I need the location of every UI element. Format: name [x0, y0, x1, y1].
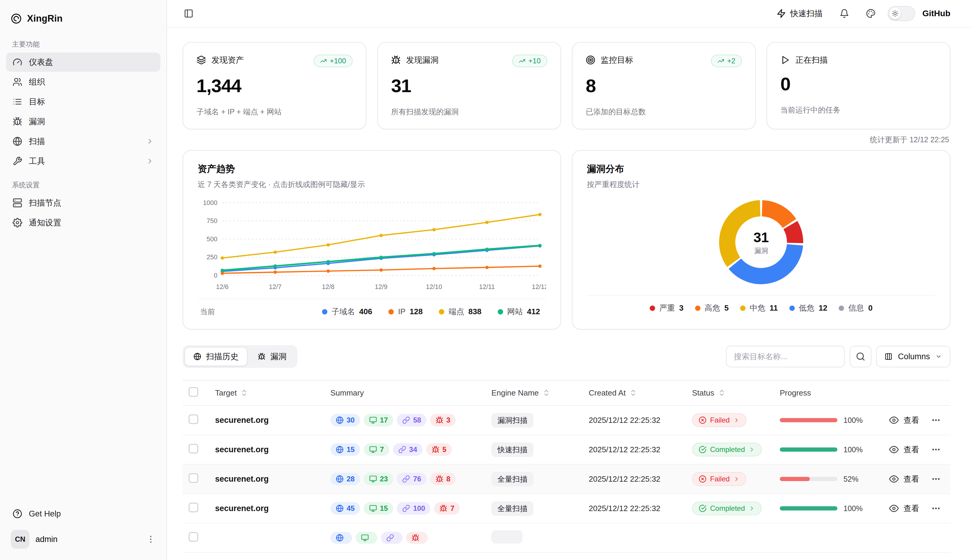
sidebar-item-label: 扫描节点	[29, 197, 61, 208]
charts-row: 资产趋势 近 7 天各类资产变化 · 点击折线或图例可隐藏/显示 0250500…	[182, 150, 950, 330]
sort-engine-name[interactable]: Engine Name	[492, 388, 550, 398]
eye-icon	[889, 445, 899, 454]
sidebar-item-0-0[interactable]: 仪表盘	[6, 53, 161, 72]
stat-card-assets: 发现资产 +100 1,344 子域名 + IP + 端点 + 网站	[182, 42, 366, 129]
summary-badge-value: 34	[409, 445, 417, 454]
trend-legend-item-0[interactable]: 子域名406	[322, 307, 372, 317]
column-label: Summary	[330, 388, 364, 398]
sort-status[interactable]: Status	[692, 388, 726, 398]
monitor-icon	[369, 475, 377, 483]
asset-trend-chart[interactable]: 0250500750100012/612/712/812/912/1012/11…	[197, 197, 546, 294]
trend-legend-item-3[interactable]: 网站412	[498, 307, 540, 317]
quick-scan-button[interactable]: 快速扫描	[772, 5, 828, 23]
chevron-right-icon	[733, 476, 740, 482]
sidebar-item-0-2[interactable]: 目标	[6, 92, 161, 111]
more-horizontal-icon	[931, 445, 941, 454]
svg-text:12/6: 12/6	[216, 283, 229, 290]
view-button[interactable]: 查看	[887, 472, 922, 487]
trend-legend-item-1[interactable]: IP128	[388, 307, 423, 317]
row-more-button[interactable]	[929, 413, 943, 427]
more-horizontal-icon	[931, 415, 941, 425]
tab-vulns[interactable]: 漏洞	[249, 347, 296, 366]
chevron-right-icon	[146, 157, 154, 165]
status-label: Completed	[710, 445, 745, 454]
asset-trend-title: 资产趋势	[197, 163, 546, 175]
trend-legend-item-2[interactable]: 端点838	[439, 307, 481, 317]
bug-icon	[432, 446, 440, 453]
sidebar-item-0-3[interactable]: 漏洞	[6, 112, 161, 131]
globe-icon	[336, 534, 344, 542]
row-checkbox[interactable]	[189, 415, 198, 424]
view-button[interactable]: 查看	[887, 501, 922, 516]
target-link[interactable]: securenet.org	[215, 475, 269, 483]
row-more-button[interactable]	[929, 472, 943, 486]
bug-icon	[412, 534, 419, 542]
progress: 100%	[780, 416, 875, 425]
status-badge[interactable]: Failed	[692, 413, 746, 427]
app-logo[interactable]: XingRin	[0, 7, 166, 30]
user-menu[interactable]: CN admin	[6, 526, 161, 553]
row-more-button[interactable]	[929, 501, 943, 516]
sidebar-item-0-1[interactable]: 组织	[6, 72, 161, 92]
link-icon	[402, 475, 410, 483]
summary-badge-vulns: 3	[430, 414, 456, 427]
table-row: securenet.org 3017583 漏洞扫描 2025/12/12 22…	[182, 405, 950, 435]
panel-left-icon	[184, 9, 194, 18]
more-horizontal-icon	[931, 503, 941, 513]
bug-icon	[435, 416, 443, 424]
row-more-button[interactable]	[929, 442, 943, 457]
created-at-text: 2025/12/12 22:25:32	[589, 445, 661, 454]
view-button[interactable]: 查看	[887, 413, 922, 428]
trending-up-icon	[519, 58, 525, 64]
theme-toggle[interactable]	[888, 6, 915, 21]
notifications-button[interactable]	[835, 4, 854, 23]
summary-badge-subdomains: 30	[330, 414, 360, 427]
chevron-right-icon	[748, 505, 755, 512]
vuln-legend-item-3: 低危12	[790, 303, 828, 313]
svg-text:250: 250	[207, 253, 217, 261]
sidebar-item-0-4[interactable]: 扫描	[6, 132, 161, 151]
select-all-checkbox[interactable]	[189, 387, 198, 397]
sidebar-item-1-1[interactable]: 通知设置	[6, 213, 161, 232]
progress-value: 100%	[843, 504, 863, 513]
columns-button[interactable]: Columns	[876, 346, 950, 367]
stat-subtitle: 已添加的目标总数	[586, 107, 742, 117]
row-checkbox[interactable]	[189, 532, 198, 542]
user-more-button[interactable]	[146, 535, 156, 544]
target-link[interactable]: securenet.org	[215, 416, 269, 425]
view-button[interactable]: 查看	[887, 442, 922, 457]
row-checkbox[interactable]	[189, 444, 198, 453]
status-badge[interactable]: Completed	[692, 502, 762, 515]
stat-cards: 发现资产 +100 1,344 子域名 + IP + 端点 + 网站 发现漏洞 …	[182, 42, 950, 129]
row-actions: 查看	[887, 472, 944, 487]
get-help-link[interactable]: Get Help	[6, 504, 161, 523]
link-icon	[398, 446, 406, 453]
bug-icon	[13, 117, 22, 126]
bug-icon	[435, 475, 443, 483]
status-badge[interactable]: Failed	[692, 472, 746, 486]
sidebar-toggle-button[interactable]	[179, 4, 198, 23]
summary-badge-ips	[356, 532, 377, 544]
github-link[interactable]: GitHub	[922, 9, 950, 18]
status-badge[interactable]: Completed	[692, 443, 762, 457]
sort-target[interactable]: Target	[215, 388, 248, 398]
sidebar-item-1-0[interactable]: 扫描节点	[6, 193, 161, 212]
target-link[interactable]: securenet.org	[215, 504, 269, 513]
search-input[interactable]	[726, 346, 845, 367]
sidebar-item-0-5[interactable]: 工具	[6, 152, 161, 171]
row-checkbox[interactable]	[189, 473, 198, 483]
target-link[interactable]: securenet.org	[215, 445, 269, 454]
column-header-target: Target	[209, 380, 325, 405]
row-checkbox[interactable]	[189, 503, 198, 512]
theme-palette-button[interactable]	[861, 4, 880, 23]
vuln-distribution-chart	[713, 194, 809, 290]
search-button[interactable]	[850, 346, 872, 367]
sort-created-at[interactable]: Created At	[589, 388, 637, 398]
stat-title: 监控目标	[601, 55, 633, 65]
bug-icon	[440, 505, 447, 512]
summary-badge-value: 15	[346, 445, 355, 454]
globe-icon	[336, 475, 344, 483]
tab-scan-history[interactable]: 扫描历史	[184, 347, 248, 366]
summary-badge-ips: 15	[364, 502, 393, 515]
svg-text:12/11: 12/11	[479, 283, 495, 290]
